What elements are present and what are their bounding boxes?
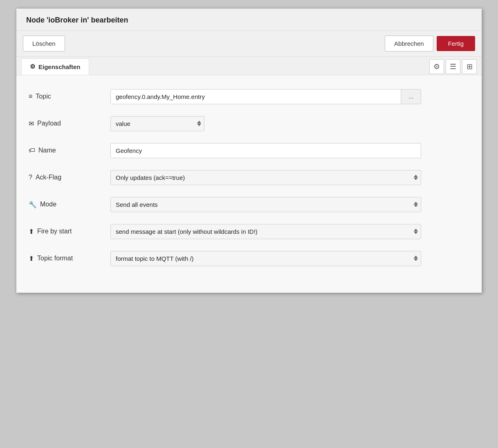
topic-input[interactable]: [110, 89, 401, 104]
ackflag-label: ? Ack-Flag: [29, 174, 110, 181]
cancel-button[interactable]: Abbrechen: [385, 36, 433, 52]
topicformat-select-wrapper: format topic to MQTT (with /) keep origi…: [110, 251, 421, 266]
name-label: 🏷 Name: [29, 147, 110, 154]
ackflag-control: Only updates (ack==true) All updates Non…: [110, 170, 421, 185]
question-icon: ?: [29, 174, 32, 181]
payload-control: value raw json: [110, 116, 204, 131]
dialog: Node 'ioBroker in' bearbeiten Löschen Ab…: [16, 8, 482, 293]
tab-properties-label: Eigenschaften: [38, 63, 81, 70]
wrench-icon: 🔧: [29, 201, 37, 208]
envelope-icon: ✉: [29, 120, 34, 128]
topicformat-label-text: Topic format: [37, 255, 73, 262]
name-control: [110, 143, 421, 158]
description-icon-btn[interactable]: ☰: [446, 59, 460, 74]
payload-label-text: Payload: [37, 120, 61, 127]
firebystart-select-wrapper: send message at start (only without wild…: [110, 224, 421, 239]
mode-label-text: Mode: [40, 201, 56, 208]
dialog-body: ≡ Topic ... ✉ Payload value raw: [16, 75, 482, 293]
topicformat-control: format topic to MQTT (with /) keep origi…: [110, 251, 421, 266]
mode-control: Send all events Send on change: [110, 197, 421, 212]
firebystart-select[interactable]: send message at start (only without wild…: [110, 224, 421, 239]
dialog-actions: Löschen Abbrechen Fertig: [16, 31, 482, 57]
topic-label: ≡ Topic: [29, 93, 110, 100]
topic-control: ...: [110, 89, 421, 104]
dialog-title: Node 'ioBroker in' bearbeiten: [16, 9, 482, 31]
title-text: Node 'ioBroker in' bearbeiten: [26, 16, 128, 24]
mode-select[interactable]: Send all events Send on change: [110, 197, 421, 212]
settings-icon-btn[interactable]: ⚙: [429, 59, 444, 74]
export-icon: ⊞: [467, 62, 473, 71]
mode-row: 🔧 Mode Send all events Send on change: [29, 195, 469, 213]
payload-select[interactable]: value raw json: [110, 116, 204, 131]
topicformat-icon: ⬆: [29, 255, 34, 262]
payload-label: ✉ Payload: [29, 120, 110, 128]
payload-row: ✉ Payload value raw json: [29, 114, 469, 132]
firebystart-label-text: Fire by start: [37, 228, 72, 235]
tag-icon: 🏷: [29, 147, 35, 154]
name-input[interactable]: [110, 143, 421, 158]
ackflag-select[interactable]: Only updates (ack==true) All updates Non…: [110, 170, 421, 185]
topic-row: ≡ Topic ...: [29, 87, 469, 105]
gear-icon: ⚙: [30, 63, 35, 70]
topic-icon: ≡: [29, 93, 32, 100]
payload-select-wrapper: value raw json: [110, 116, 204, 131]
firebystart-row: ⬆ Fire by start send message at start (o…: [29, 222, 469, 240]
upload-icon: ⬆: [29, 228, 34, 235]
topic-input-group: ...: [110, 89, 421, 104]
settings-icon: ⚙: [433, 62, 440, 71]
export-icon-btn[interactable]: ⊞: [462, 59, 477, 74]
ackflag-label-text: Ack-Flag: [36, 174, 61, 181]
tab-properties[interactable]: ⚙ Eigenschaften: [21, 58, 89, 75]
topic-browse-button[interactable]: ...: [401, 89, 421, 104]
delete-button[interactable]: Löschen: [23, 36, 65, 52]
ackflag-row: ? Ack-Flag Only updates (ack==true) All …: [29, 168, 469, 186]
description-icon: ☰: [450, 62, 456, 71]
firebystart-control: send message at start (only without wild…: [110, 224, 421, 239]
topicformat-label: ⬆ Topic format: [29, 255, 110, 262]
name-row: 🏷 Name: [29, 141, 469, 159]
ackflag-select-wrapper: Only updates (ack==true) All updates Non…: [110, 170, 421, 185]
topicformat-select[interactable]: format topic to MQTT (with /) keep origi…: [110, 251, 421, 266]
topic-label-text: Topic: [36, 93, 51, 100]
mode-select-wrapper: Send all events Send on change: [110, 197, 421, 212]
tab-icons: ⚙ ☰ ⊞: [429, 58, 482, 75]
name-label-text: Name: [38, 147, 56, 154]
mode-label: 🔧 Mode: [29, 201, 110, 208]
done-button[interactable]: Fertig: [437, 36, 475, 51]
firebystart-label: ⬆ Fire by start: [29, 228, 110, 235]
tab-bar: ⚙ Eigenschaften ⚙ ☰ ⊞: [16, 57, 482, 75]
topicformat-row: ⬆ Topic format format topic to MQTT (wit…: [29, 249, 469, 267]
